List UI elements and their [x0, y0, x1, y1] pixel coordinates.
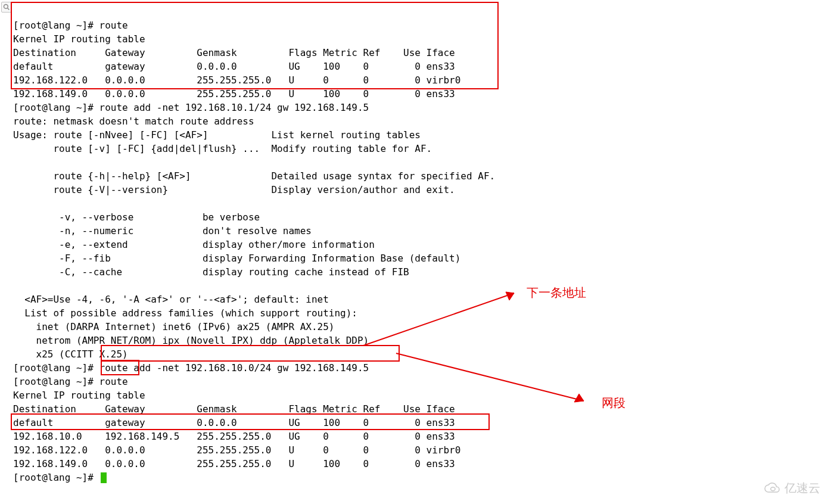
- usage-line: route {-h|--help} [<AF>] Detailed usage …: [13, 170, 495, 182]
- cursor: [101, 472, 107, 483]
- usage-line: -C, --cache display routing cache instea…: [13, 266, 409, 278]
- watermark-text: 亿速云: [785, 481, 820, 495]
- label-next-hop: 下一条地址: [527, 286, 586, 300]
- svg-marker-3: [506, 292, 514, 300]
- prompt: [root@lang ~]#: [13, 20, 99, 31]
- route-table-header: Destination Gateway Genmask Flags Metric…: [13, 47, 455, 58]
- terminal-output: [root@lang ~]# route Kernel IP routing t…: [13, 5, 495, 484]
- usage-line: route [-v] [-FC] {add|del|flush} ... Mod…: [13, 143, 432, 154]
- label-net-segment: 网段: [602, 396, 625, 410]
- route-row: 192.168.122.0 0.0.0.0 255.255.255.0 U 0 …: [13, 444, 460, 456]
- route-row: 192.168.122.0 0.0.0.0 255.255.255.0 U 0 …: [13, 74, 460, 86]
- usage-line: Usage: route [-nNvee] [-FC] [<AF>] List …: [13, 129, 421, 141]
- usage-line: List of possible address families (which…: [13, 307, 357, 319]
- command: route: [99, 20, 128, 31]
- svg-point-6: [771, 487, 776, 490]
- route-table-title: Kernel IP routing table: [13, 33, 145, 45]
- usage-line: route {-V|--version} Display version/aut…: [13, 184, 455, 195]
- route-row: default gateway 0.0.0.0 UG 100 0 0 ens33: [13, 417, 455, 428]
- command: route add -net 192.168.10.1/24 gw 192.16…: [99, 102, 369, 113]
- route-row: 192.168.149.0 0.0.0.0 255.255.255.0 U 10…: [13, 458, 455, 469]
- error-line: route: netmask doesn't match route addre…: [13, 116, 254, 127]
- watermark: 亿速云: [763, 481, 820, 495]
- prompt: [root@lang ~]#: [13, 102, 99, 113]
- prompt: [root@lang ~]#: [13, 472, 99, 483]
- route-row: 192.168.149.0 0.0.0.0 255.255.255.0 U 10…: [13, 88, 455, 99]
- command: route add -net 192.168.10.0/24 gw 192.16…: [99, 362, 369, 374]
- route-table-title: Kernel IP routing table: [13, 390, 145, 401]
- svg-marker-5: [574, 394, 584, 402]
- usage-line: -v, --verbose be verbose: [13, 211, 260, 223]
- svg-point-0: [4, 5, 8, 9]
- usage-line: inet (DARPA Internet) inet6 (IPv6) ax25 …: [13, 321, 340, 332]
- usage-line: <AF>=Use -4, -6, '-A <af>' or '--<af>'; …: [13, 294, 329, 305]
- usage-line: x25 (CCITT X.25): [13, 349, 133, 360]
- prompt: [root@lang ~]#: [13, 362, 99, 374]
- svg-line-1: [8, 8, 10, 10]
- search-icon[interactable]: [1, 2, 12, 13]
- route-row: default gateway 0.0.0.0 UG 100 0 0 ens33: [13, 61, 455, 72]
- usage-line: netrom (AMPR NET/ROM) ipx (Novell IPX) d…: [13, 335, 375, 346]
- usage-line: -F, --fib display Forwarding Information…: [13, 253, 460, 264]
- command: route: [99, 376, 128, 387]
- usage-line: -n, --numeric don't resolve names: [13, 225, 312, 237]
- prompt: [root@lang ~]#: [13, 376, 99, 387]
- usage-line: -e, --extend display other/more informat…: [13, 239, 375, 250]
- route-row: 192.168.10.0 192.168.149.5 255.255.255.0…: [13, 431, 455, 442]
- route-table-header: Destination Gateway Genmask Flags Metric…: [13, 403, 455, 415]
- cloud-icon: [763, 482, 781, 495]
